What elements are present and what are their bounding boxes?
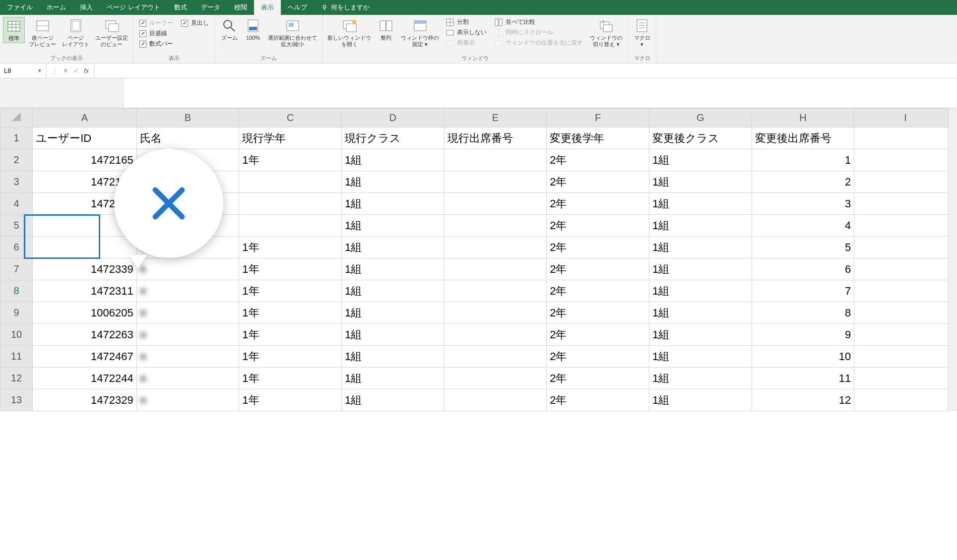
cell[interactable]: 1組 — [649, 193, 752, 215]
cell[interactable]: 1年 — [239, 280, 342, 302]
col-header-A[interactable]: A — [33, 109, 136, 127]
check-ruler[interactable]: ルーラー — [139, 19, 173, 27]
cell[interactable]: 1組 — [341, 280, 444, 302]
cell[interactable]: 9 — [752, 324, 854, 346]
cell[interactable]: 1年 — [239, 324, 342, 346]
row-header[interactable]: 10 — [0, 324, 33, 346]
row-header[interactable]: 7 — [0, 258, 33, 280]
cell[interactable]: 1 — [752, 149, 854, 171]
cell[interactable]: 1組 — [341, 171, 444, 193]
view-custom-button[interactable]: ユーザー設定 のビュー — [93, 17, 130, 49]
cell[interactable]: 1組 — [649, 389, 752, 411]
row-header[interactable]: 12 — [0, 368, 33, 389]
zoom-selection-button[interactable]: 選択範囲に合わせて 拡大/縮小 — [266, 17, 319, 49]
cell[interactable]: 1472339 — [33, 258, 136, 280]
cell[interactable]: ■ — [136, 389, 239, 411]
col-header-H[interactable]: H — [752, 109, 854, 127]
cell[interactable] — [444, 324, 547, 346]
cell[interactable]: 2年 — [547, 215, 649, 237]
col-header-I[interactable]: I — [854, 109, 957, 127]
cell[interactable]: ■ — [136, 302, 239, 324]
menu-layout[interactable]: ページ レイアウト — [100, 0, 167, 15]
accept-icon[interactable]: ✓ — [73, 67, 79, 74]
cell[interactable]: 1組 — [649, 258, 752, 280]
cell[interactable] — [854, 215, 957, 237]
cancel-icon[interactable]: ✕ — [63, 67, 68, 74]
cell[interactable]: 1組 — [341, 346, 444, 368]
col-header-C[interactable]: C — [239, 109, 342, 127]
cell[interactable]: 2年 — [547, 193, 649, 215]
cell[interactable]: 1組 — [341, 149, 444, 171]
cell[interactable] — [444, 280, 547, 302]
cell[interactable]: 2年 — [547, 171, 649, 193]
cell[interactable] — [444, 193, 547, 215]
spreadsheet-grid[interactable]: A B C D E F G H I 1ユーザーID氏名現行学年現行クラス現行出席… — [0, 108, 957, 411]
cell[interactable]: 8 — [752, 302, 854, 324]
fx-button[interactable]: fx — [84, 67, 89, 74]
cell[interactable] — [854, 237, 957, 258]
row-header[interactable]: 5 — [0, 215, 33, 237]
name-box[interactable]: L8 ▼ — [0, 63, 47, 78]
menu-formula[interactable]: 数式 — [167, 0, 194, 15]
cell[interactable]: 1年 — [239, 389, 342, 411]
menu-data[interactable]: データ — [194, 0, 227, 15]
col-header-F[interactable]: F — [547, 109, 649, 127]
cell[interactable]: ■ — [136, 346, 239, 368]
cell[interactable] — [854, 389, 957, 411]
cell[interactable]: 1組 — [341, 237, 444, 258]
arrange-button[interactable]: 整列 — [375, 17, 397, 42]
zoom-100-button[interactable]: 100% — [242, 17, 264, 42]
cell[interactable]: 現行出席番号 — [444, 127, 547, 149]
col-header-B[interactable]: B — [136, 109, 239, 127]
cell[interactable] — [444, 237, 547, 258]
cell[interactable]: 1年 — [239, 149, 342, 171]
cell[interactable]: 2年 — [547, 324, 649, 346]
check-headings[interactable]: 見出し — [181, 19, 209, 27]
cell[interactable] — [854, 149, 957, 171]
macro-button[interactable]: マクロ ▾ — [631, 17, 653, 49]
cell[interactable]: ■ — [136, 280, 239, 302]
cell[interactable]: 1組 — [649, 215, 752, 237]
cell[interactable]: 1472311 — [33, 280, 136, 302]
cell[interactable]: 3 — [752, 193, 854, 215]
zoom-button[interactable]: ズーム — [218, 17, 240, 42]
cell[interactable] — [854, 171, 957, 193]
cell[interactable]: 2年 — [547, 389, 649, 411]
cell[interactable] — [444, 215, 547, 237]
cell[interactable]: 2年 — [547, 302, 649, 324]
formula-input[interactable] — [94, 63, 957, 78]
cell[interactable]: 10 — [752, 346, 854, 368]
cell[interactable]: 2年 — [547, 149, 649, 171]
col-header-G[interactable]: G — [649, 109, 752, 127]
cell[interactable]: 1組 — [649, 237, 752, 258]
cell[interactable]: 1年 — [239, 368, 342, 389]
check-gridlines[interactable]: 目盛線 — [139, 29, 173, 38]
cell[interactable]: 1組 — [341, 258, 444, 280]
cell[interactable]: 変更後出席番号 — [752, 127, 854, 149]
vertical-scrollbar[interactable] — [948, 108, 957, 411]
cell[interactable] — [444, 389, 547, 411]
view-pagelayout-button[interactable]: ページ レイアウト — [60, 17, 91, 49]
cell[interactable]: 1472165 — [33, 149, 136, 171]
cell[interactable]: 1472263 — [33, 324, 136, 346]
cell[interactable] — [854, 193, 957, 215]
cell[interactable]: 1年 — [239, 258, 342, 280]
row-header[interactable]: 4 — [0, 193, 33, 215]
cell[interactable] — [854, 302, 957, 324]
cell[interactable]: 6 — [752, 258, 854, 280]
row-header[interactable]: 1 — [0, 127, 33, 149]
cell[interactable]: 1472329 — [33, 389, 136, 411]
cell[interactable] — [854, 346, 957, 368]
cell[interactable] — [444, 346, 547, 368]
cell[interactable]: 12 — [752, 389, 854, 411]
cell[interactable]: 現行学年 — [239, 127, 342, 149]
cell[interactable]: 1組 — [649, 149, 752, 171]
cell[interactable] — [444, 171, 547, 193]
new-window-button[interactable]: 新しいウィンドウ を開く — [325, 17, 373, 49]
compare-button[interactable]: 並べて比較 — [495, 18, 583, 26]
switch-window-button[interactable]: ウィンドウの 切り替え ▾ — [588, 17, 625, 49]
cell[interactable]: 2年 — [547, 346, 649, 368]
cell[interactable]: 1006205 — [33, 302, 136, 324]
cell[interactable]: 氏名 — [136, 127, 239, 149]
cell[interactable]: 2年 — [547, 258, 649, 280]
